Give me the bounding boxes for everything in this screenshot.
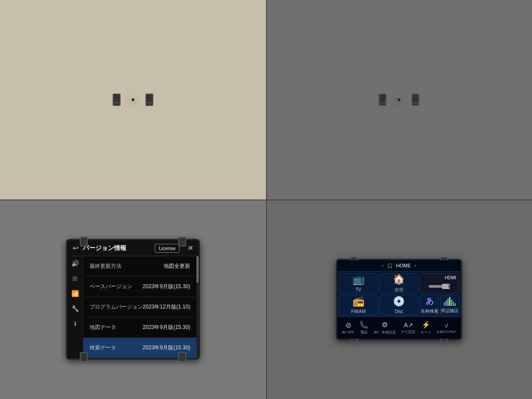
home-title: HOME bbox=[396, 263, 411, 268]
version-row-program: プログラムバージョン 2023年12月版(1.10) bbox=[83, 297, 196, 317]
bracket-tl bbox=[80, 237, 88, 246]
home-screen: ‹ 🎧 HOME › 📺 TV 🏠 自宅 HDMI bbox=[337, 260, 461, 339]
version-label-program: プログラムバージョン bbox=[90, 303, 143, 311]
footer-navsettings-btn[interactable]: A↗ ナビ設定 bbox=[399, 320, 418, 336]
avsettings-label: AV・本体設定 bbox=[374, 330, 396, 335]
home-cell-disc[interactable]: 💿 Disc bbox=[379, 295, 419, 315]
nearby-bar-icon bbox=[444, 296, 456, 306]
version-title: バージョン情報 bbox=[83, 244, 150, 252]
home-cell-tv[interactable]: 📺 TV bbox=[339, 273, 378, 293]
version-sidebar: 🔊 ⊞ 📶 🔧 ℹ bbox=[67, 256, 83, 358]
version-value-update: 地図全更新 bbox=[164, 262, 190, 270]
version-row-map: 地図データ 2023年9月版(15.30) bbox=[83, 317, 196, 338]
version-label-update: 最終更新方法 bbox=[90, 262, 164, 270]
device-frame-home: ‹ 🎧 HOME › 📺 TV 🏠 自宅 HDMI bbox=[336, 259, 462, 340]
avoff-label: AV OFF bbox=[342, 330, 354, 334]
svg-rect-4 bbox=[429, 285, 444, 288]
hdmi-cell-label: HDMI bbox=[445, 275, 456, 280]
bracket-bl bbox=[80, 352, 88, 362]
version-screen: ↩ バージョン情報 License ✕ 🔊 ⊞ 📶 🔧 ℹ 最終更新方法 bbox=[67, 240, 199, 358]
footer-route-btn[interactable]: ⚡ ルート bbox=[418, 319, 434, 336]
version-scrollbar[interactable] bbox=[196, 256, 199, 358]
version-back-icon[interactable]: ↩ bbox=[73, 244, 78, 252]
version-value-base: 2023年9月版(15.30) bbox=[143, 283, 190, 290]
home-next-arrow[interactable]: › bbox=[414, 262, 416, 269]
bracket-bl bbox=[411, 94, 419, 103]
version-label-base: ベースバージョン bbox=[90, 283, 143, 290]
footer-avsettings-btn[interactable]: ⚙ AV・本体設定 bbox=[371, 319, 399, 336]
home-footer: ⊘ AV OFF 📞 電話 ⚙ AV・本体設定 A↗ ナビ設定 ⚡ ルート bbox=[337, 317, 461, 339]
version-label-search: 検索データ bbox=[90, 344, 143, 352]
bracket-br bbox=[379, 94, 387, 103]
search-icon: あ bbox=[426, 296, 434, 306]
device-frame-camera: 車両周辺の安全を直接確認してください bbox=[132, 98, 134, 101]
hdmi-cable-icon bbox=[429, 282, 451, 291]
quadrant-camera: 車両周辺の安全を直接確認してください bbox=[0, 0, 266, 200]
tv-label: TV bbox=[356, 287, 361, 292]
fm-label: FM/AM bbox=[351, 309, 365, 314]
version-sidebar-info-icon[interactable]: ℹ bbox=[74, 320, 76, 327]
version-sidebar-grid-icon[interactable]: ⊞ bbox=[72, 275, 78, 282]
home-cell-nearby[interactable]: 周辺施設 bbox=[440, 295, 459, 315]
version-value-map: 2023年9月版(15.30) bbox=[143, 324, 190, 331]
home-cell-search[interactable]: あ 名称検索 bbox=[420, 295, 439, 315]
bracket-bl bbox=[145, 94, 153, 103]
avsettings-icon: ⚙ bbox=[382, 321, 388, 329]
device-frame-av: ‹ ⊙ AV › 💾 MSV/SD ⬡ BluetoothAudio ⎌ bbox=[398, 98, 400, 101]
version-scrollbar-thumb bbox=[196, 256, 199, 283]
disc-label: Disc bbox=[395, 309, 403, 314]
version-license-button[interactable]: License bbox=[155, 244, 180, 253]
version-close-icon[interactable]: ✕ bbox=[188, 244, 193, 252]
fm-icon: 📻 bbox=[352, 296, 364, 307]
footer-eject-btn[interactable]: √ EJECT/TILT bbox=[434, 320, 458, 336]
version-label-map: 地図データ bbox=[90, 324, 143, 331]
version-row-update: 最終更新方法 地図全更新 bbox=[83, 256, 196, 277]
home-search-nearby-container: あ 名称検索 周辺施設 bbox=[420, 295, 459, 315]
route-icon: ⚡ bbox=[422, 321, 430, 329]
home-cell-home[interactable]: 🏠 自宅 bbox=[379, 273, 419, 293]
version-value-search: 2023年9月版(15.30) bbox=[143, 344, 190, 352]
search-label: 名称検索 bbox=[421, 308, 438, 314]
version-content: 最終更新方法 地図全更新 ベースバージョン 2023年9月版(15.30) プロ… bbox=[83, 256, 196, 358]
eject-label: EJECT/TILT bbox=[437, 330, 456, 334]
avoff-icon: ⊘ bbox=[345, 321, 351, 329]
phone-icon: 📞 bbox=[360, 321, 368, 329]
grid-divider-vertical bbox=[266, 0, 267, 399]
quadrant-av: ‹ ⊙ AV › 💾 MSV/SD ⬡ BluetoothAudio ⎌ bbox=[266, 0, 532, 200]
home-cell-hdmi[interactable]: HDMI bbox=[420, 273, 459, 293]
disc-icon: 💿 bbox=[393, 296, 405, 307]
navsettings-icon: A↗ bbox=[404, 321, 413, 329]
home-cell-fm[interactable]: 📻 FM/AM bbox=[339, 295, 378, 315]
quadrant-version: ↩ バージョン情報 License ✕ 🔊 ⊞ 📶 🔧 ℹ 最終更新方法 bbox=[0, 200, 266, 399]
navsettings-label: ナビ設定 bbox=[401, 329, 415, 334]
route-label: ルート bbox=[421, 330, 431, 335]
footer-avoff-btn[interactable]: ⊘ AV OFF bbox=[339, 319, 357, 336]
quadrant-home: ‹ 🎧 HOME › 📺 TV 🏠 自宅 HDMI bbox=[266, 200, 532, 399]
phone-label: 電話 bbox=[360, 330, 368, 335]
home-header: ‹ 🎧 HOME › bbox=[337, 260, 461, 272]
device-frame-version: ↩ バージョン情報 License ✕ 🔊 ⊞ 📶 🔧 ℹ 最終更新方法 bbox=[66, 239, 200, 360]
svg-rect-6 bbox=[448, 285, 450, 288]
tv-icon: 📺 bbox=[352, 274, 364, 286]
home-prev-arrow[interactable]: ‹ bbox=[382, 262, 383, 269]
bracket-br bbox=[178, 352, 186, 362]
home-icon: 🏠 bbox=[393, 274, 405, 285]
version-sidebar-tool-icon[interactable]: 🔧 bbox=[71, 305, 79, 312]
version-body: 🔊 ⊞ 📶 🔧 ℹ 最終更新方法 地図全更新 ベースバージョン 2023 bbox=[67, 256, 199, 358]
home-label: 自宅 bbox=[395, 287, 403, 293]
footer-phone-btn[interactable]: 📞 電話 bbox=[357, 319, 371, 336]
version-row-base: ベースバージョン 2023年9月版(15.30) bbox=[83, 277, 196, 297]
home-headphone-icon: 🎧 bbox=[387, 263, 392, 268]
version-sidebar-sound-icon[interactable]: 🔊 bbox=[71, 260, 79, 267]
home-main-grid: 📺 TV 🏠 自宅 HDMI bbox=[337, 272, 461, 317]
eject-icon: √ bbox=[445, 322, 448, 329]
bracket-br bbox=[113, 94, 121, 103]
version-sidebar-wifi-icon[interactable]: 📶 bbox=[71, 290, 79, 297]
bracket-tr bbox=[178, 237, 186, 246]
version-value-program: 2023年12月版(1.10) bbox=[143, 303, 190, 311]
nearby-label: 周辺施設 bbox=[441, 308, 458, 314]
